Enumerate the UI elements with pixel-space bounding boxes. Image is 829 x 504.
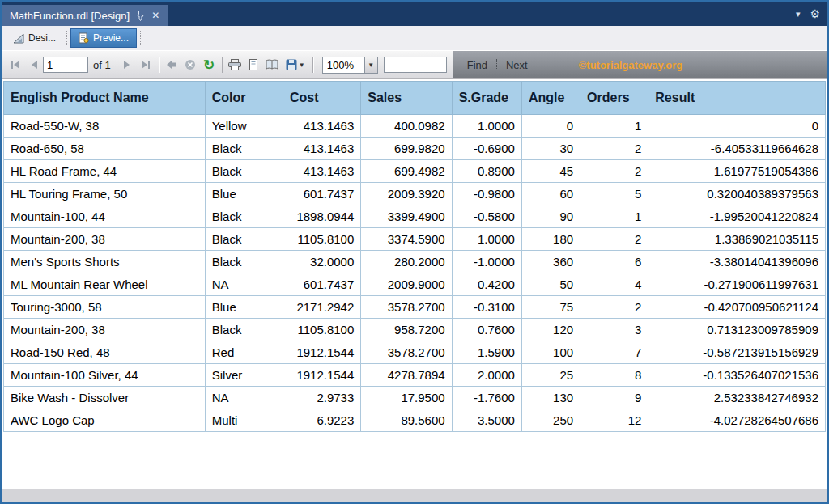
- pin-icon[interactable]: [137, 11, 144, 21]
- find-next-separator: [496, 59, 497, 70]
- table-cell: 50: [521, 273, 580, 296]
- table-cell: 2.9733: [283, 387, 361, 409]
- table-cell: 699.4982: [361, 160, 452, 183]
- last-page-button[interactable]: [137, 56, 155, 74]
- tab-strip-actions: ▾ ⚙: [796, 2, 820, 26]
- table-cell: -0.271900611997631: [648, 273, 826, 296]
- table-cell: ML Mountain Rear Wheel: [4, 273, 206, 296]
- page-number-input[interactable]: [43, 57, 88, 73]
- print-button[interactable]: [226, 56, 244, 74]
- watermark-text: ©tutorialgateway.org: [579, 59, 683, 71]
- chevron-down-icon[interactable]: ▾: [796, 9, 801, 19]
- table-cell: 1.33869021035115: [648, 228, 826, 251]
- table-cell: 360: [521, 251, 580, 273]
- column-header: Orders: [580, 82, 648, 115]
- refresh-icon[interactable]: ↻: [200, 56, 219, 74]
- page-setup-button[interactable]: [263, 56, 282, 74]
- export-dropdown-icon[interactable]: ▼: [299, 61, 305, 69]
- table-cell: 130: [521, 387, 580, 409]
- table-cell: -0.133526407021536: [648, 364, 826, 387]
- close-icon[interactable]: ✕: [151, 10, 159, 21]
- table-cell: 413.1463: [283, 115, 361, 138]
- table-cell: 45: [521, 160, 580, 183]
- column-header: Result: [648, 82, 826, 115]
- table-cell: 0: [648, 115, 826, 138]
- table-cell: Silver: [205, 364, 283, 387]
- table-cell: 400.0982: [361, 115, 452, 138]
- print-layout-button[interactable]: [244, 56, 263, 74]
- table-cell: Black: [205, 205, 283, 228]
- table-cell: 9: [580, 387, 648, 409]
- zoom-combobox[interactable]: 100% ▼: [322, 57, 378, 74]
- table-cell: Red: [205, 341, 283, 364]
- column-header: Sales: [361, 82, 452, 115]
- stop-button[interactable]: [181, 56, 200, 74]
- table-cell: 4: [580, 273, 648, 296]
- table-cell: 6.9223: [283, 409, 361, 432]
- table-cell: -3.38014041396096: [648, 251, 826, 273]
- table-cell: 0.320040389379563: [648, 183, 826, 205]
- table-row: ML Mountain Rear WheelNA601.74372009.900…: [4, 273, 826, 296]
- table-row: Men's Sports ShortsBlack32.0000280.2000-…: [4, 251, 826, 273]
- table-cell: 2: [580, 228, 648, 251]
- report-toolbar: of 1 ↻ ▼ 100%: [2, 50, 827, 79]
- table-cell: 2009.3920: [361, 183, 452, 205]
- table-row: AWC Logo CapMulti6.922389.56003.50002501…: [4, 409, 826, 432]
- toolbar-separator: [222, 57, 223, 73]
- table-cell: 90: [521, 205, 580, 228]
- table-cell: 0.7600: [452, 319, 521, 341]
- next-page-button[interactable]: [118, 56, 137, 74]
- table-cell: 100: [521, 341, 580, 364]
- table-cell: HL Road Frame, 44: [4, 160, 206, 183]
- table-cell: 2171.2942: [283, 296, 361, 319]
- find-input[interactable]: [384, 57, 447, 73]
- table-cell: 1105.8100: [283, 228, 361, 251]
- tab-preview[interactable]: Previe...: [70, 28, 137, 48]
- table-cell: Men's Sports Shorts: [4, 251, 206, 273]
- table-cell: Yellow: [205, 115, 283, 138]
- report-preview-area: English Product NameColorCostSalesS.Grad…: [2, 79, 827, 489]
- table-cell: 413.1463: [283, 138, 361, 160]
- table-cell: 6: [580, 251, 648, 273]
- app-window: MathFunction.rdl [Design] ✕ ▾ ⚙ Desi... …: [0, 0, 829, 504]
- first-page-button[interactable]: [6, 56, 24, 74]
- table-row: Road-150 Red, 48Red1912.15443578.27001.5…: [4, 341, 826, 364]
- table-cell: NA: [205, 273, 283, 296]
- column-header: Cost: [283, 82, 361, 115]
- table-cell: 3578.2700: [361, 341, 452, 364]
- table-cell: 8: [580, 364, 648, 387]
- gear-icon[interactable]: ⚙: [810, 7, 820, 20]
- back-to-parent-button[interactable]: [163, 56, 181, 74]
- bottom-status-strip: [2, 489, 827, 502]
- table-cell: 2.53233842746932: [648, 387, 826, 409]
- table-cell: Black: [205, 319, 283, 341]
- table-row: Road-650, 58Black413.1463699.9820-0.6900…: [4, 138, 826, 160]
- table-cell: 601.7437: [283, 183, 361, 205]
- table-cell: Road-550-W, 38: [4, 115, 206, 138]
- table-cell: Black: [205, 228, 283, 251]
- table-cell: 1: [580, 115, 648, 138]
- find-link[interactable]: Find: [467, 59, 487, 71]
- table-cell: -0.420700950621124: [648, 296, 826, 319]
- zoom-dropdown-icon[interactable]: ▼: [364, 57, 378, 74]
- next-link[interactable]: Next: [506, 59, 528, 71]
- table-row: HL Road Frame, 44Black413.1463699.49820.…: [4, 160, 826, 183]
- table-cell: Mountain-100, 44: [4, 205, 206, 228]
- table-row: Touring-3000, 58Blue2171.29423578.2700-0…: [4, 296, 826, 319]
- table-cell: 180: [521, 228, 580, 251]
- toolbar-separator: [159, 57, 159, 73]
- previous-page-button[interactable]: [24, 56, 43, 74]
- table-cell: 3399.4900: [361, 205, 452, 228]
- table-cell: AWC Logo Cap: [4, 409, 206, 432]
- document-tab[interactable]: MathFunction.rdl [Design] ✕: [2, 5, 168, 26]
- table-cell: Road-650, 58: [4, 138, 206, 160]
- table-cell: -6.40533119664628: [648, 138, 826, 160]
- table-cell: 3: [580, 319, 648, 341]
- tab-design[interactable]: Desi...: [6, 29, 63, 47]
- table-cell: Blue: [205, 183, 283, 205]
- table-cell: Touring-3000, 58: [4, 296, 206, 319]
- table-cell: 0.713123009785909: [648, 319, 826, 341]
- export-button[interactable]: ▼: [282, 56, 309, 74]
- table-cell: 2: [580, 296, 648, 319]
- view-tab-bar: Desi... Previe...: [2, 26, 827, 50]
